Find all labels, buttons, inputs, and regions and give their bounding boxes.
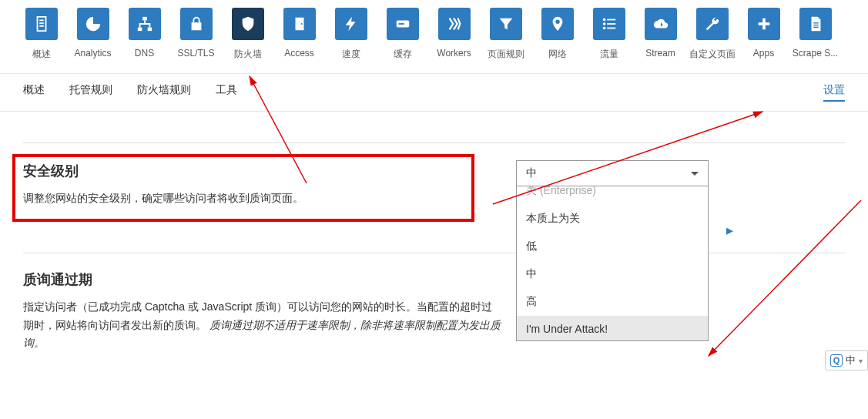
security-level-select[interactable]: 中 xyxy=(516,160,709,186)
nav-item-funnel[interactable]: 页面规则 xyxy=(480,8,531,61)
door-icon xyxy=(283,8,316,40)
nav-item-plus[interactable]: Apps xyxy=(738,8,789,61)
challenge-passage-desc: 指定访问者（已成功完成 Captcha 或 JavaScript 质询）可以访问… xyxy=(23,298,501,353)
svg-point-5 xyxy=(300,23,302,25)
plus-icon xyxy=(748,8,780,40)
nav-label: 网络 xyxy=(548,48,567,61)
sub-nav-item[interactable]: 托管规则 xyxy=(69,83,112,102)
svg-rect-10 xyxy=(607,19,615,21)
nav-label: 流量 xyxy=(600,48,618,61)
nav-label: Workers xyxy=(437,48,471,59)
pie-icon xyxy=(77,8,109,40)
pin-icon xyxy=(541,8,574,40)
sub-nav-left: 概述托管规则防火墙规则工具 xyxy=(23,83,237,102)
svg-rect-7 xyxy=(398,23,404,25)
dropdown-option[interactable]: 中 xyxy=(517,260,708,288)
shield-icon xyxy=(232,8,264,40)
cloud-icon xyxy=(645,8,677,40)
svg-point-8 xyxy=(555,20,560,25)
nav-item-drive[interactable]: 缓存 xyxy=(377,8,428,61)
nav-item-bolt[interactable]: 速度 xyxy=(325,8,377,61)
content-area: 安全级别 调整您网站的安全级别，确定哪些访问者将收到质询页面。 中 关 (Ent… xyxy=(0,112,868,368)
challenge-passage-text: 质询通过期 指定访问者（已成功完成 Captcha 或 JavaScript 质… xyxy=(23,270,501,353)
svg-rect-12 xyxy=(607,23,615,25)
svg-rect-1 xyxy=(137,28,142,32)
nav-item-shield[interactable]: 防火墙 xyxy=(222,8,273,61)
nav-item-pie[interactable]: Analytics xyxy=(67,8,119,61)
svg-point-13 xyxy=(602,27,605,30)
lock-icon xyxy=(180,8,213,40)
chevron-down-icon xyxy=(691,172,699,176)
nav-item-door[interactable]: Access xyxy=(273,8,325,61)
sub-nav-settings[interactable]: 设置 xyxy=(823,83,845,102)
security-level-dropdown-list: 关 (Enterprise)本质上为关低中高I'm Under Attack! xyxy=(517,186,708,340)
doc-icon xyxy=(25,8,58,40)
sitemap-icon xyxy=(129,8,161,40)
nav-item-doc[interactable]: 概述 xyxy=(15,8,67,61)
challenge-passage-title: 质询通过期 xyxy=(23,270,501,289)
help-expand-arrow-icon[interactable]: ▸ xyxy=(726,222,733,239)
workers-icon xyxy=(438,8,471,40)
dropdown-option[interactable]: 本质上为关 xyxy=(517,205,708,233)
nav-label: SSL/TLS xyxy=(177,48,214,59)
nav-item-lock[interactable]: SSL/TLS xyxy=(170,8,222,61)
security-level-select-value: 中 xyxy=(526,166,537,180)
help-widget-text: 中 xyxy=(846,354,856,367)
svg-rect-17 xyxy=(813,27,818,28)
nav-label: 速度 xyxy=(342,48,360,61)
challenge-passage-row: 质询通过期 指定访问者（已成功完成 Captcha 或 JavaScript 质… xyxy=(23,253,845,353)
nav-label: 自定义页面 xyxy=(689,48,736,61)
nav-item-sitemap[interactable]: DNS xyxy=(119,8,170,61)
list-icon xyxy=(593,8,625,40)
nav-label: 概述 xyxy=(32,48,51,61)
svg-rect-15 xyxy=(813,22,818,23)
nav-label: Analytics xyxy=(74,48,111,59)
security-level-text: 安全级别 调整您网站的安全级别，确定哪些访问者将收到质询页面。 xyxy=(23,160,501,222)
svg-point-9 xyxy=(602,18,605,22)
svg-rect-2 xyxy=(147,28,152,32)
nav-item-doc2[interactable]: Scrape S... xyxy=(789,8,841,61)
nav-item-cloud[interactable]: Stream xyxy=(635,8,686,61)
nav-item-pin[interactable]: 网络 xyxy=(531,8,583,61)
svg-rect-16 xyxy=(813,25,818,25)
nav-label: 页面规则 xyxy=(488,48,524,61)
svg-rect-14 xyxy=(607,28,615,29)
funnel-icon xyxy=(490,8,522,40)
nav-label: Apps xyxy=(753,48,774,59)
nav-item-list[interactable]: 流量 xyxy=(583,8,635,61)
svg-rect-3 xyxy=(191,22,201,30)
help-widget[interactable]: Q 中 ▾ xyxy=(825,350,868,368)
nav-label: Stream xyxy=(645,48,675,59)
wrench-icon xyxy=(696,8,729,40)
nav-item-workers[interactable]: Workers xyxy=(428,8,480,61)
security-level-row: 安全级别 调整您网站的安全级别，确定哪些访问者将收到质询页面。 中 关 (Ent… xyxy=(23,142,845,222)
bolt-icon xyxy=(335,8,367,40)
help-widget-caret: ▾ xyxy=(859,357,863,365)
nav-label: DNS xyxy=(135,48,154,59)
sub-nav-item[interactable]: 工具 xyxy=(216,83,237,102)
security-level-dropdown: 关 (Enterprise)本质上为关低中高I'm Under Attack! xyxy=(516,186,709,341)
nav-label: Access xyxy=(284,48,314,59)
security-level-title: 安全级别 xyxy=(23,162,464,180)
doc2-icon xyxy=(799,8,832,40)
security-level-control: 中 关 (Enterprise)本质上为关低中高I'm Under Attack… xyxy=(516,160,732,222)
security-level-desc: 调整您网站的安全级别，确定哪些访问者将收到质询页面。 xyxy=(23,189,464,208)
dropdown-option[interactable]: I'm Under Attack! xyxy=(517,316,708,340)
top-nav: 概述AnalyticsDNSSSL/TLS防火墙Access速度缓存Worker… xyxy=(0,0,868,61)
dropdown-option[interactable]: 高 xyxy=(517,288,708,316)
nav-label: Scrape S... xyxy=(793,48,838,59)
dropdown-option[interactable]: 低 xyxy=(517,233,708,260)
svg-rect-4 xyxy=(295,18,303,31)
drive-icon xyxy=(387,8,419,40)
sub-nav-item[interactable]: 防火墙规则 xyxy=(137,83,191,102)
help-widget-icon: Q xyxy=(830,354,843,367)
nav-label: 缓存 xyxy=(394,48,412,61)
annotation-highlight-box: 安全级别 调整您网站的安全级别，确定哪些访问者将收到质询页面。 xyxy=(12,154,474,222)
svg-point-11 xyxy=(602,22,605,25)
dropdown-option: 关 (Enterprise) xyxy=(517,186,708,205)
nav-label: 防火墙 xyxy=(234,48,262,61)
svg-rect-0 xyxy=(142,17,147,21)
sub-nav: 概述托管规则防火墙规则工具 设置 xyxy=(0,73,868,112)
sub-nav-item[interactable]: 概述 xyxy=(23,83,45,102)
nav-item-wrench[interactable]: 自定义页面 xyxy=(686,8,738,61)
